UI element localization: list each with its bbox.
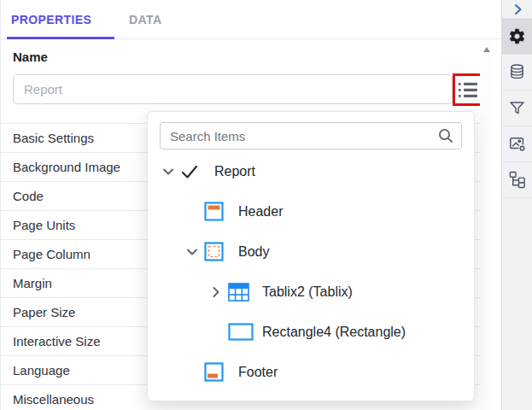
active-tab-underline xyxy=(7,37,114,39)
tree-node-footer[interactable]: Footer xyxy=(148,352,474,392)
tree-node-label: Rectangle4 (Rectangle) xyxy=(257,325,406,340)
footer-icon xyxy=(204,362,233,382)
tree-node-tablix2[interactable]: Tablix2 (Tablix) xyxy=(148,272,474,312)
list-icon xyxy=(457,80,480,100)
chevron-right-icon xyxy=(511,3,524,16)
image-gear-icon xyxy=(508,135,527,154)
tree-node-label: Body xyxy=(233,244,269,260)
name-field-label: Name xyxy=(13,50,48,64)
collapse-panel-button[interactable] xyxy=(502,0,532,18)
tab-properties[interactable]: PROPERTIES xyxy=(11,0,91,39)
toolbar-divider xyxy=(502,197,532,198)
chevron-down-icon[interactable] xyxy=(180,244,204,260)
funnel-icon xyxy=(508,99,526,117)
right-toolbar xyxy=(501,0,532,410)
search-icon xyxy=(438,128,453,144)
database-icon xyxy=(508,63,526,81)
toolbar-filter-button[interactable] xyxy=(502,90,532,126)
report-designer-properties-pane: PROPERTIES DATA Name Basic Settings Back… xyxy=(0,0,532,410)
tab-data[interactable]: DATA xyxy=(129,0,161,39)
tree-node-report[interactable]: Report xyxy=(148,151,474,191)
search-items-field xyxy=(160,122,462,149)
tree-node-label: Footer xyxy=(233,365,278,380)
scroll-up-arrow-icon[interactable] xyxy=(483,47,490,52)
report-item-tree: Report Header xyxy=(148,151,474,392)
item-list-dropdown: Report Header xyxy=(147,111,475,401)
chevron-right-icon[interactable] xyxy=(204,284,228,300)
tree-node-header[interactable]: Header xyxy=(148,191,474,231)
panel-scrollbar[interactable] xyxy=(480,40,494,410)
tree-node-label: Tablix2 (Tablix) xyxy=(257,284,353,300)
name-input[interactable] xyxy=(13,74,453,104)
check-icon xyxy=(180,163,209,180)
header-icon xyxy=(204,202,233,221)
rectangle-icon xyxy=(228,323,257,341)
tree-node-label: Header xyxy=(233,204,283,220)
tree-node-label: Report xyxy=(209,164,255,179)
body-icon xyxy=(204,242,233,261)
tree-node-body[interactable]: Body xyxy=(148,231,474,272)
chevron-down-icon[interactable] xyxy=(156,164,180,179)
toolbar-image-settings-button[interactable] xyxy=(502,126,532,161)
toolbar-data-button[interactable] xyxy=(502,54,532,90)
gear-icon xyxy=(508,27,526,45)
tablix-icon xyxy=(228,283,257,302)
toolbar-structure-button[interactable] xyxy=(502,161,532,197)
hierarchy-icon xyxy=(508,171,526,189)
search-items-input[interactable] xyxy=(160,122,462,149)
panel-tabbar: PROPERTIES DATA xyxy=(1,0,501,39)
toolbar-properties-button[interactable] xyxy=(502,18,532,54)
tree-node-rectangle4[interactable]: Rectangle4 (Rectangle) xyxy=(148,312,474,352)
